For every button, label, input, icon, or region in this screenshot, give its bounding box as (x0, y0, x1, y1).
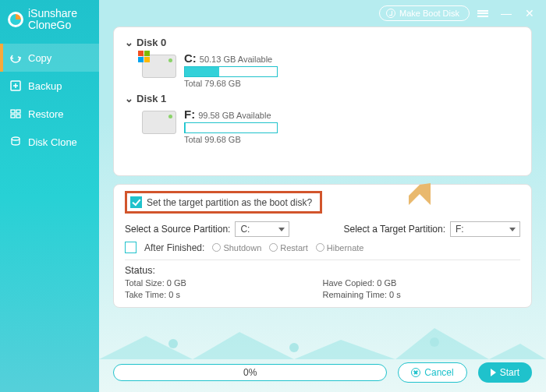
cancel-icon (411, 368, 420, 377)
svg-point-5 (12, 137, 20, 140)
nav-backup-label: Backup (28, 80, 62, 92)
partition-c-usage-bar (184, 66, 278, 77)
source-partition-select[interactable]: C: (235, 221, 289, 237)
partition-f-usage-bar (184, 122, 278, 133)
nav-backup[interactable]: Backup (0, 72, 99, 100)
restore-icon (9, 108, 22, 120)
hamburger-icon (477, 9, 488, 18)
make-boot-disk-label: Make Boot Disk (399, 9, 459, 18)
target-partition-label: Select a Target Partition: (343, 224, 445, 235)
footer: 0% Cancel Start (99, 358, 546, 392)
source-partition-label: Select a Source Partition: (125, 224, 230, 235)
copy-icon (9, 51, 22, 64)
radio-restart[interactable]: Restart (269, 243, 307, 253)
partition-c-total: Total 79.68 GB (184, 79, 278, 88)
radio-dot-icon (316, 243, 324, 252)
chevron-down-icon: ⌄ (125, 93, 133, 104)
status-remaining-value: 0 s (389, 290, 401, 299)
svg-rect-3 (11, 115, 15, 118)
boot-disk-icon (386, 9, 395, 18)
make-boot-disk-button[interactable]: Make Boot Disk (379, 5, 470, 21)
status-remaining-label: Remaining Time: (323, 290, 388, 299)
nav-copy-label: Copy (28, 52, 51, 64)
after-finished-label: After Finished: (144, 242, 204, 253)
drive-icon (142, 55, 176, 78)
svg-rect-1 (11, 110, 15, 113)
progress-text: 0% (243, 367, 257, 378)
disk1-header[interactable]: ⌄ Disk 1 (125, 93, 520, 104)
status-title: Status: (125, 265, 520, 276)
boot-disk-checkbox-label: Set the target partition as the boot dis… (147, 197, 312, 208)
status-take-time-value: 0 s (168, 290, 180, 299)
radio-shutdown[interactable]: Shutdown (212, 243, 261, 253)
titlebar: Make Boot Disk — ✕ (99, 0, 546, 26)
status-have-copied-label: Have Copied: (323, 278, 375, 288)
play-icon (491, 369, 496, 376)
sidebar: iSunshare CloneGo Copy Backup Restore (0, 0, 99, 392)
disk-clone-icon (9, 136, 22, 148)
chevron-down-icon: ⌄ (125, 37, 133, 48)
disk1-name: Disk 1 (136, 93, 166, 104)
partition-f[interactable]: F: 99.58 GB Available Total 99.68 GB (142, 108, 520, 144)
cancel-label: Cancel (424, 367, 453, 378)
target-partition-select[interactable]: F: (450, 221, 520, 237)
start-label: Start (500, 367, 519, 378)
partition-f-total: Total 99.68 GB (184, 135, 278, 144)
partition-f-available: 99.58 GB Available (198, 111, 271, 120)
separator (125, 260, 520, 260)
windows-icon (138, 51, 152, 65)
options-panel: Set the target partition as the boot dis… (113, 184, 532, 308)
partition-c-available: 50.13 GB Available (200, 55, 272, 64)
close-button[interactable]: ✕ (519, 3, 540, 23)
disk0-name: Disk 0 (136, 37, 166, 48)
status-have-copied-value: 0 GB (377, 278, 396, 288)
brand-line1: iSunshare (28, 8, 77, 19)
radio-dot-icon (212, 243, 221, 252)
menu-button[interactable] (473, 3, 493, 23)
partition-c[interactable]: C: 50.13 GB Available Total 79.68 GB (142, 51, 520, 88)
brand-text: iSunshare CloneGo (28, 8, 77, 31)
status-grid: Total Size: 0 GB Have Copied: 0 GB Take … (125, 278, 520, 299)
svg-rect-2 (16, 110, 20, 113)
svg-marker-6 (409, 183, 431, 205)
partition-f-info: F: 99.58 GB Available Total 99.68 GB (184, 108, 278, 144)
cancel-button[interactable]: Cancel (398, 362, 466, 383)
status-total-size-label: Total Size: (125, 278, 165, 288)
after-finished-checkbox[interactable] (125, 242, 136, 253)
nav-restore-label: Restore (28, 108, 64, 120)
nav-restore[interactable]: Restore (0, 100, 99, 128)
disks-panel: ⌄ Disk 0 C: 50.13 GB Available Total 79.… (113, 26, 532, 176)
brand-line2: CloneGo (28, 19, 77, 31)
disk0-header[interactable]: ⌄ Disk 0 (125, 37, 520, 48)
minimize-button[interactable]: — (496, 3, 516, 23)
partition-f-letter: F: (184, 108, 195, 121)
progress-bar: 0% (113, 364, 387, 381)
brand: iSunshare CloneGo (0, 0, 99, 44)
boot-disk-checkbox[interactable] (130, 196, 142, 208)
nav-disk-clone-label: Disk Clone (28, 136, 77, 148)
brand-logo-icon (8, 12, 23, 27)
nav-disk-clone[interactable]: Disk Clone (0, 128, 99, 156)
status-total-size-value: 0 GB (167, 278, 186, 288)
start-button[interactable]: Start (478, 362, 532, 383)
callout-arrow-icon (402, 182, 434, 213)
app-window: iSunshare CloneGo Copy Backup Restore (0, 0, 546, 392)
nav-copy[interactable]: Copy (0, 44, 99, 72)
content: ⌄ Disk 0 C: 50.13 GB Available Total 79.… (99, 26, 546, 358)
drive-icon (142, 111, 176, 134)
radio-dot-icon (269, 243, 278, 252)
status-take-time-label: Take Time: (125, 290, 166, 299)
boot-checkbox-highlight: Set the target partition as the boot dis… (125, 191, 322, 214)
main-area: Make Boot Disk — ✕ ⌄ Disk 0 (99, 0, 546, 392)
backup-icon (9, 79, 22, 92)
svg-rect-4 (16, 115, 20, 118)
partition-c-letter: C: (184, 51, 197, 65)
partition-c-info: C: 50.13 GB Available Total 79.68 GB (184, 51, 278, 88)
radio-hibernate[interactable]: Hibernate (316, 243, 364, 253)
